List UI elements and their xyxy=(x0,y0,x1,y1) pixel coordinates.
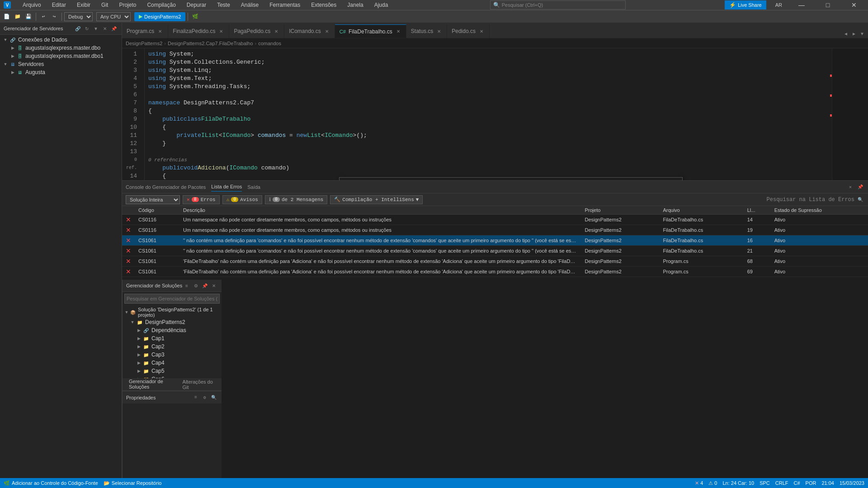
platform-select[interactable]: Any CPU xyxy=(96,12,131,21)
tree-item-db2[interactable]: ▶ 🗄 augusta\sqlexpress.master.dbo1 xyxy=(0,52,122,60)
col-description[interactable]: Descrição xyxy=(179,206,581,215)
search-input[interactable]: Pesquisar (Ctrl+Q) xyxy=(502,2,543,8)
tab-list-button[interactable]: ▼ xyxy=(858,30,866,38)
error-row[interactable]: ✕ CS1061 'FilaDeTrabalho' não contém uma… xyxy=(122,267,868,277)
editor-scrollbar[interactable] xyxy=(826,48,832,180)
sol-pin-button[interactable]: 📌 xyxy=(201,282,209,290)
tab-scroll-right[interactable]: ▶ xyxy=(850,30,858,38)
messages-filter-button[interactable]: ℹ 0 de 2 Mensagens xyxy=(265,195,327,204)
col-state[interactable]: Estado de Supressão xyxy=(771,206,868,215)
props-button-2[interactable]: ⚙ xyxy=(201,394,209,402)
tab-scroll-left[interactable]: ◀ xyxy=(842,30,850,38)
tab-paga-close[interactable]: ✕ xyxy=(273,28,279,34)
open-button[interactable]: 📁 xyxy=(13,12,23,22)
menu-depurar[interactable]: Depurar xyxy=(184,1,209,9)
tree-item-db1[interactable]: ▶ 🗄 augusta\sqlexpress.master.dbo xyxy=(0,44,122,52)
panel-pin-button[interactable]: 📌 xyxy=(110,24,118,33)
tab-icomando-close[interactable]: ✕ xyxy=(324,28,330,34)
source-control-area[interactable]: 🌿 Adicionar ao Controle do Código-Fonte xyxy=(4,480,98,486)
bottom-panel-pin[interactable]: 📌 xyxy=(856,183,864,191)
tab-status-close[interactable]: ✕ xyxy=(436,28,442,34)
tree-item-connections[interactable]: ▼ 🔗 Conexões de Dados xyxy=(0,36,122,44)
error-row[interactable]: ✕ CS0116 Um namespace não pode conter di… xyxy=(122,215,868,225)
sol-cap3[interactable]: ▶ 📁 Cap3 xyxy=(123,351,222,359)
tab-sol-explorer[interactable]: Gerenciador de Soluções xyxy=(126,377,180,392)
col-line[interactable]: Ll... xyxy=(744,206,771,215)
sol-deps-node[interactable]: ▶ 🔗 Dependências xyxy=(123,326,222,334)
menu-projeto[interactable]: Projeto xyxy=(116,1,139,9)
refresh-button[interactable]: ↻ xyxy=(83,24,91,33)
sol-solution-node[interactable]: ▼ 📦 Solução 'DesignPatterns2' (1 de 1 pr… xyxy=(123,306,222,318)
tab-pedido[interactable]: Pedido.cs ✕ xyxy=(447,24,490,38)
sol-cap2[interactable]: ▶ 📁 Cap2 xyxy=(123,343,222,351)
error-row[interactable]: ✕ CS1061 '' não contém uma definição par… xyxy=(122,235,868,246)
git-button[interactable]: 🌿 xyxy=(190,12,200,22)
error-row[interactable]: ✕ CS1061 '' não contém uma definição par… xyxy=(122,246,868,256)
menu-arquivo[interactable]: Arquivo xyxy=(20,1,44,9)
menu-compilacao[interactable]: Compilação xyxy=(144,1,178,9)
new-project-button[interactable]: 📄 xyxy=(2,12,12,22)
sol-filter-button[interactable]: ⚙ xyxy=(192,282,200,290)
undo-button[interactable]: ↩ xyxy=(38,12,48,22)
menu-ferramentas[interactable]: Ferramentas xyxy=(267,1,303,9)
menu-janela[interactable]: Janela xyxy=(344,1,366,9)
tree-item-servers[interactable]: ▼ 🖥 Servidores xyxy=(0,60,122,68)
error-row[interactable]: ✕ CS1061 'FilaDeTrabalho' não contém uma… xyxy=(122,256,868,267)
menu-editar[interactable]: Editar xyxy=(49,1,69,9)
tab-fila[interactable]: C# FilaDeTrabalho.cs ✕ xyxy=(335,24,406,38)
tab-finaliza[interactable]: FinalizaPedido.cs ✕ xyxy=(168,24,229,38)
error-row[interactable]: ✕ CS0116 Um namespace não pode conter di… xyxy=(122,225,868,235)
user-avatar[interactable]: AR xyxy=(772,2,786,8)
scope-select[interactable]: Solução Inteira xyxy=(126,195,180,204)
tab-pedido-close[interactable]: ✕ xyxy=(478,28,485,34)
save-button[interactable]: 💾 xyxy=(24,12,33,22)
sol-cap1[interactable]: ▶ 📁 Cap1 xyxy=(123,334,222,343)
col-code[interactable]: Código xyxy=(135,206,179,215)
tree-item-augusta[interactable]: ▶ 🖥 Augusta xyxy=(0,68,122,76)
debug-mode-select[interactable]: Debug xyxy=(64,12,93,21)
encoding-label[interactable]: SPC xyxy=(760,480,770,486)
build-filter-button[interactable]: 🔨 Compilação + IntelliSens ▼ xyxy=(330,195,423,204)
menu-extensoes[interactable]: Extensões xyxy=(308,1,339,9)
menu-ajuda[interactable]: Ajuda xyxy=(372,1,391,9)
sol-project-node[interactable]: ▼ 📁 DesignPatterns2 xyxy=(123,318,222,326)
tab-error-list[interactable]: Lista de Erros xyxy=(211,182,242,192)
col-project[interactable]: Projeto xyxy=(581,206,659,215)
col-file[interactable]: Arquivo xyxy=(659,206,743,215)
errors-filter-button[interactable]: ✕ 8 Erros xyxy=(183,195,220,204)
tab-status[interactable]: Status.cs ✕ xyxy=(406,24,447,38)
run-button[interactable]: ▶ DesignPatterns2 xyxy=(134,12,185,21)
connect-server-button[interactable]: 🔗 xyxy=(74,24,82,33)
props-button-3[interactable]: 🔍 xyxy=(210,394,218,402)
sol-cap5[interactable]: ▶ 📁 Cap5 xyxy=(123,367,222,375)
tab-fila-close[interactable]: ✕ xyxy=(395,28,401,35)
repo-label[interactable]: 📂 Selecionar Repositório xyxy=(104,480,162,486)
tab-program-close[interactable]: ✕ xyxy=(157,28,163,34)
errors-count-status[interactable]: ✕ 4 xyxy=(695,480,703,486)
search-errors-button[interactable]: 🔍 xyxy=(856,196,864,204)
code-editor[interactable]: 12345 678910 111213 0 ref. 1415161718 0 … xyxy=(122,48,868,180)
warnings-filter-button[interactable]: ⚠ 0 Avisos xyxy=(222,195,262,204)
code-area[interactable]: using System; using System.Collections.G… xyxy=(145,48,826,180)
tab-paga[interactable]: PagaPedido.cs ✕ xyxy=(229,24,284,38)
sol-cap4[interactable]: ▶ 📁 Cap4 xyxy=(123,359,222,367)
tab-output[interactable]: Saída xyxy=(247,183,260,192)
tab-git-changes[interactable]: Alterações do Git xyxy=(180,377,218,392)
redo-button[interactable]: ↪ xyxy=(49,12,59,22)
props-button-1[interactable]: ≡ xyxy=(192,394,200,402)
line-ending-label[interactable]: CRLF xyxy=(775,480,788,486)
tab-program[interactable]: Program.cs ✕ xyxy=(122,24,168,38)
sol-collapse-button[interactable]: ≡ xyxy=(183,282,191,290)
menu-exibir[interactable]: Exibir xyxy=(74,1,93,9)
tab-package-console[interactable]: Console do Gerenciador de Pacotes xyxy=(126,183,206,192)
col-type[interactable] xyxy=(122,206,135,215)
tab-icomando[interactable]: IComando.cs ✕ xyxy=(284,24,335,38)
panel-close-button[interactable]: ✕ xyxy=(101,24,109,33)
language-label[interactable]: C# xyxy=(794,480,800,486)
sol-close-button[interactable]: ✕ xyxy=(210,282,218,290)
filter-button[interactable]: ▼ xyxy=(92,24,100,33)
menu-analise[interactable]: Análise xyxy=(238,1,261,9)
menu-git[interactable]: Git xyxy=(99,1,111,9)
warnings-count-status[interactable]: ⚠ 0 xyxy=(708,480,717,486)
live-share-button[interactable]: ⚡ Live Share xyxy=(725,0,766,9)
